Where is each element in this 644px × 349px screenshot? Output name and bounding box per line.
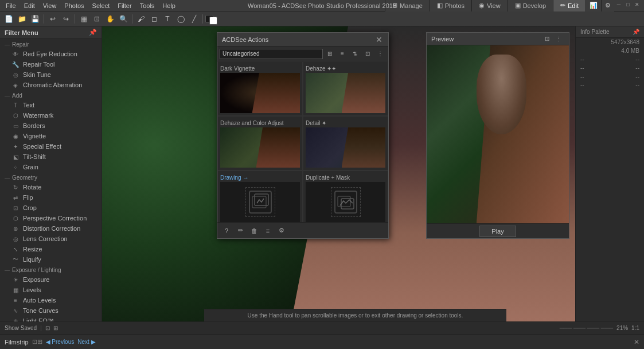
filter-distortion[interactable]: ⊛ Distortion Correction <box>0 223 102 234</box>
filter-exposure[interactable]: ☀ Exposure <box>0 274 102 285</box>
action-dehaze[interactable]: Dehaze ✦✦ <box>303 61 388 116</box>
filter-auto-levels[interactable]: ≡ Auto Levels <box>0 295 102 305</box>
filter-vignette[interactable]: ◉ Vignette <box>0 131 102 141</box>
preview-title: Preview <box>431 36 541 42</box>
action-duplicate-mask[interactable]: Duplicate + Mask <box>303 170 388 222</box>
develop-icon: ▣ <box>515 2 521 9</box>
menu-select[interactable]: Select <box>89 1 114 10</box>
filter-levels[interactable]: ▦ Levels <box>0 285 102 295</box>
menu-photos[interactable]: Photos <box>61 1 87 10</box>
filter-menu-title: Filter Menu 📌 <box>0 26 102 39</box>
chart-icon-btn[interactable]: 📊 <box>586 0 601 11</box>
tb-color2[interactable] <box>209 17 217 25</box>
filter-light-eq[interactable]: ⊕ Light EQ™ <box>0 316 102 321</box>
action-detail[interactable]: Detail ✦ <box>303 116 388 170</box>
filter-watermark[interactable]: ⬡ Watermark <box>0 110 102 121</box>
tab-view[interactable]: ◉ View <box>471 0 508 11</box>
prev-button[interactable]: ◀ Previous <box>46 339 75 345</box>
dialog-titlebar[interactable]: ACDSee Actions ✕ <box>217 33 388 46</box>
tab-edit[interactable]: ✏ Edit <box>553 0 586 11</box>
tb-redo[interactable]: ↪ <box>60 13 72 25</box>
menu-file[interactable]: File <box>2 1 19 10</box>
dialog-tb-grid[interactable]: ⊞ <box>324 48 335 60</box>
tb-brush[interactable]: 🖌 <box>135 13 147 25</box>
footer-help-button[interactable]: ? <box>221 225 232 236</box>
section-geometry[interactable]: Geometry <box>0 172 102 182</box>
menu-edit[interactable]: Edit <box>21 1 38 10</box>
filmstrip-close[interactable]: ✕ <box>634 338 639 346</box>
filter-skin-tune[interactable]: ◎ Skin Tune <box>0 69 102 80</box>
footer-list-button[interactable]: ≡ <box>262 225 274 236</box>
tab-photos[interactable]: ◧ Photos <box>430 0 471 11</box>
action-drawing[interactable]: Drawing → <box>217 170 303 222</box>
dialog-tb-list[interactable]: ≡ <box>337 48 348 60</box>
filter-repair-tool[interactable]: 🔧 Repair Tool <box>0 59 102 69</box>
tb-hand[interactable]: ✋ <box>104 13 116 25</box>
menu-tools[interactable]: Tools <box>136 1 158 10</box>
tb-new[interactable]: 📄 <box>2 13 15 25</box>
section-exposure[interactable]: Exposure / Lighting <box>0 265 102 274</box>
filter-tilt-shift[interactable]: ⬕ Tilt-Shift <box>0 152 102 162</box>
filter-flip[interactable]: ⇄ Flip <box>0 192 102 203</box>
action-dehaze-color[interactable]: Dehaze and Color Adjust <box>217 116 303 170</box>
menu-filter[interactable]: Filter <box>114 1 135 10</box>
info-pin[interactable]: 📌 <box>633 29 639 35</box>
menu-help[interactable]: Help <box>159 1 179 10</box>
filter-menu-pin[interactable]: 📌 <box>89 29 97 36</box>
tb-erase[interactable]: ◻ <box>148 13 161 25</box>
filter-red-eye[interactable]: 👁 Red Eye Reduction <box>0 49 102 59</box>
footer-settings-button[interactable]: ⚙ <box>276 225 287 236</box>
filter-special-effect[interactable]: ✦ Special Effect <box>0 141 102 152</box>
tb-shape[interactable]: ◯ <box>174 13 187 25</box>
dialog-tb-more[interactable]: ⋮ <box>374 48 386 60</box>
toolbar-separator-4 <box>202 14 203 24</box>
menu-view[interactable]: View <box>40 1 60 10</box>
window-minimize[interactable]: ─ <box>614 0 623 9</box>
tb-select[interactable]: ▦ <box>77 13 90 25</box>
section-repair[interactable]: Repair <box>0 39 102 49</box>
next-button[interactable]: Next ▶ <box>77 339 95 345</box>
rotate-icon: ↻ <box>11 183 19 191</box>
play-button[interactable]: Play <box>479 226 516 237</box>
dialog-tb-expand[interactable]: ⊡ <box>362 48 373 60</box>
window-close[interactable]: ✕ <box>633 0 642 9</box>
auto-levels-icon: ≡ <box>11 296 19 304</box>
filter-crop[interactable]: ⊡ Crop <box>0 203 102 213</box>
preview-more[interactable]: ⋮ <box>553 33 564 45</box>
filter-grain[interactable]: ⁘ Grain <box>0 162 102 172</box>
filter-tone-curves[interactable]: ∿ Tone Curves <box>0 305 102 316</box>
actions-dialog: ACDSee Actions ✕ ⊞ ≡ ⇅ ⊡ ⋮ Dark Vignette <box>217 32 389 239</box>
filter-liquify[interactable]: 〜 Liquify <box>0 254 102 265</box>
category-select[interactable] <box>220 49 323 59</box>
window-maximize[interactable]: □ <box>623 0 633 9</box>
info-dimensions: 5472x3648 <box>576 38 644 46</box>
section-add[interactable]: Add <box>0 90 102 100</box>
dialog-close-button[interactable]: ✕ <box>374 35 384 44</box>
action-dark-vignette[interactable]: Dark Vignette <box>217 61 303 116</box>
show-saved-label[interactable]: Show Saved <box>5 325 37 331</box>
filter-borders[interactable]: ▭ Borders <box>0 121 102 131</box>
footer-edit-button[interactable]: ✏ <box>235 225 246 236</box>
filter-perspective[interactable]: ⬡ Perspective Correction <box>0 213 102 223</box>
settings-icon-btn[interactable]: ⚙ <box>601 0 614 11</box>
filter-chromatic[interactable]: ◈ Chromatic Aberration <box>0 80 102 90</box>
dialog-tb-sort[interactable]: ⇅ <box>349 48 361 60</box>
chromatic-icon: ◈ <box>11 81 19 89</box>
tb-open[interactable]: 📁 <box>15 13 28 25</box>
filter-text[interactable]: T Text <box>0 100 102 110</box>
tb-save[interactable]: 💾 <box>29 13 41 25</box>
tb-text[interactable]: T <box>161 13 174 25</box>
filter-lens[interactable]: ◎ Lens Correction <box>0 234 102 244</box>
tb-zoom[interactable]: 🔍 <box>117 13 130 25</box>
tb-undo[interactable]: ↩ <box>46 13 59 25</box>
grain-icon: ⁘ <box>11 163 19 171</box>
filter-rotate[interactable]: ↻ Rotate <box>0 182 102 192</box>
action-dehaze-color-thumb <box>220 127 300 168</box>
footer-delete-button[interactable]: 🗑 <box>248 225 260 236</box>
liquify-icon: 〜 <box>11 255 19 263</box>
filter-resize[interactable]: ⤡ Resize <box>0 244 102 254</box>
tb-line[interactable]: ╱ <box>188 13 200 25</box>
preview-expand[interactable]: ⊡ <box>541 33 553 45</box>
tb-crop[interactable]: ⊡ <box>91 13 103 25</box>
tab-develop[interactable]: ▣ Develop <box>508 0 553 11</box>
